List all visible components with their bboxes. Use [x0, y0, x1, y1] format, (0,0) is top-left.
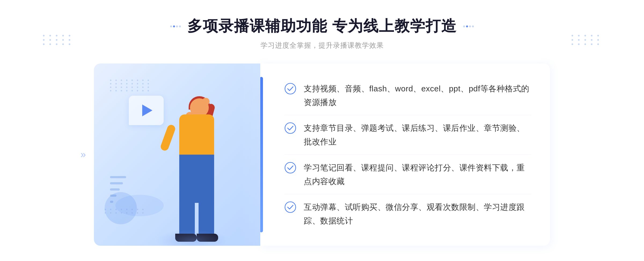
deco-dots-outside-right	[572, 35, 601, 45]
deco-dot	[49, 35, 51, 36]
svg-point-0	[285, 83, 296, 94]
check-icon-1	[284, 83, 296, 95]
deco-dot	[62, 39, 64, 41]
main-title: 多项录播课辅助功能 专为线上教学打造	[187, 16, 457, 36]
svg-point-3	[285, 202, 296, 212]
deco-dot-5	[463, 25, 465, 27]
feature-divider-1	[284, 115, 531, 115]
deco-dot	[578, 35, 580, 36]
feature-item-4: 互动弹幕、试听购买、微信分享、观看次数限制、学习进度跟踪、数据统计	[284, 195, 531, 232]
check-icon-2	[284, 122, 296, 134]
deco-dot	[584, 43, 586, 45]
deco-dot	[49, 43, 51, 45]
feature-text-1: 支持视频、音频、flash、word、excel、ppt、pdf等各种格式的资源…	[304, 82, 531, 109]
deco-dot	[584, 39, 586, 41]
deco-dot	[591, 39, 592, 41]
check-icon-3	[284, 162, 296, 174]
figure-arm-left	[160, 124, 176, 152]
figure-hand	[202, 98, 210, 105]
deco-dot	[43, 35, 45, 36]
subtitle: 学习进度全掌握，提升录播课教学效果	[170, 41, 474, 50]
content-area: »	[94, 64, 550, 246]
header-section: 多项录播课辅助功能 专为线上教学打造 学习进度全掌握，提升录播课教学效果	[170, 16, 474, 50]
header-decoration: 多项录播课辅助功能 专为线上教学打造	[170, 16, 474, 36]
deco-dot	[56, 35, 57, 36]
feature-text-3: 学习笔记回看、课程提问、课程评论打分、课件资料下载，重点内容收藏	[304, 161, 531, 188]
deco-dot-7	[469, 25, 471, 27]
card-overlay	[239, 64, 260, 246]
deco-dot	[43, 39, 45, 41]
deco-dot	[69, 43, 70, 45]
deco-dot-4	[179, 25, 181, 27]
deco-dot-6	[466, 25, 468, 27]
feature-item-1: 支持视频、音频、flash、word、excel、ppt、pdf等各种格式的资源…	[284, 77, 531, 114]
deco-dot	[597, 39, 599, 41]
feature-divider-2	[284, 154, 531, 155]
feature-text-4: 互动弹幕、试听购买、微信分享、观看次数限制、学习进度跟踪、数据统计	[304, 200, 531, 228]
deco-dot-2	[173, 25, 175, 27]
deco-dot	[578, 39, 580, 41]
feature-text-2: 支持章节目录、弹题考试、课后练习、课后作业、章节测验、批改作业	[304, 121, 531, 148]
deco-dots-outside-left	[43, 35, 72, 45]
figure-illustration	[150, 90, 241, 246]
figure-body	[179, 114, 214, 157]
deco-dot	[62, 43, 64, 45]
deco-dot	[69, 35, 70, 36]
deco-dot-3	[176, 25, 178, 27]
feature-item-2: 支持章节目录、弹题考试、课后练习、课后作业、章节测验、批改作业	[284, 116, 531, 153]
svg-point-1	[285, 123, 296, 133]
deco-dot	[56, 39, 57, 41]
check-icon-4	[284, 201, 296, 213]
chevron-left-icon: »	[80, 149, 86, 160]
illustration-area	[94, 64, 260, 246]
feature-divider-3	[284, 194, 531, 194]
deco-lines	[110, 176, 126, 203]
features-panel: 支持视频、音频、flash、word、excel、ppt、pdf等各种格式的资源…	[260, 64, 550, 246]
deco-dot-8	[472, 25, 474, 27]
svg-point-2	[285, 162, 296, 173]
deco-dot-1	[170, 25, 172, 27]
page-wrapper: 多项录播课辅助功能 专为线上教学打造 学习进度全掌握，提升录播课教学效果 »	[0, 0, 644, 261]
deco-dot	[597, 43, 599, 45]
left-navigation-arrows[interactable]: »	[80, 149, 86, 160]
deco-dot	[49, 39, 51, 41]
deco-dot	[591, 35, 592, 36]
deco-dot	[43, 43, 45, 45]
deco-dot	[572, 39, 573, 41]
feature-item-3: 学习笔记回看、课程提问、课程评论打分、课件资料下载，重点内容收藏	[284, 156, 531, 193]
deco-dot	[578, 43, 580, 45]
deco-dot	[56, 43, 57, 45]
deco-dot	[591, 43, 592, 45]
illustration-dots-top	[110, 80, 151, 91]
deco-dot	[69, 39, 70, 41]
deco-dots-right	[463, 25, 474, 27]
deco-dot	[572, 43, 573, 45]
deco-dot	[597, 35, 599, 36]
deco-dot	[62, 35, 64, 36]
deco-dots-left	[170, 25, 181, 27]
deco-dot	[572, 35, 573, 36]
deco-dot	[584, 35, 586, 36]
